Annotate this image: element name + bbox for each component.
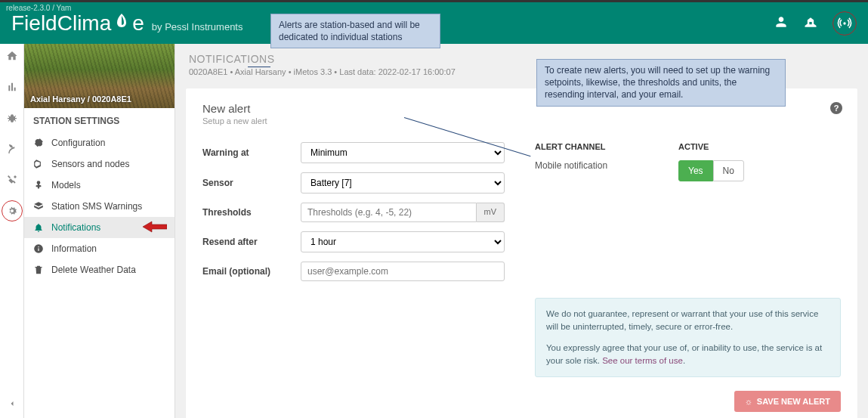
active-no-button[interactable]: No xyxy=(713,160,744,181)
label-email: Email (optional) xyxy=(202,266,301,277)
annotation-1: Alerts are station-based and will be ded… xyxy=(270,14,440,48)
eco-icon[interactable] xyxy=(6,143,18,157)
satellite-icon[interactable] xyxy=(6,174,18,188)
farm-icon[interactable] xyxy=(802,14,819,32)
sidebar-label: Notifications xyxy=(51,222,100,233)
active-heading: ACTIVE xyxy=(678,142,744,151)
disclaimer-box: We do not guarantee, represent or warran… xyxy=(535,298,841,377)
terms-link[interactable]: See our terms of use xyxy=(602,356,683,365)
annotation-2: To create new alerts, you will need to s… xyxy=(536,59,786,107)
active-toggle[interactable]: Yes No xyxy=(678,160,744,181)
sidebar: Axial Harsany / 0020A8E1 STATION SETTING… xyxy=(24,44,175,418)
sidebar-label: Information xyxy=(51,243,97,254)
sidebar-label: Configuration xyxy=(51,138,105,148)
settings-icon[interactable] xyxy=(2,200,23,221)
sidebar-label: Sensors and nodes xyxy=(51,159,129,169)
sidebar-item-sms[interactable]: Station SMS Warnings xyxy=(24,196,175,217)
bug-icon[interactable] xyxy=(6,112,18,126)
annotation-line xyxy=(248,67,270,67)
thresholds-unit: mV xyxy=(477,203,505,222)
warning-at-select[interactable]: Minimum xyxy=(301,142,505,163)
sidebar-item-information[interactable]: Information xyxy=(24,238,175,259)
sidebar-label: Models xyxy=(51,180,81,190)
sensor-select[interactable]: Battery [7] xyxy=(301,172,505,194)
label-warning-at: Warning at xyxy=(202,147,301,158)
thresholds-input[interactable] xyxy=(301,203,477,222)
broadcast-icon[interactable] xyxy=(832,11,857,36)
user-icon[interactable] xyxy=(774,14,789,32)
active-yes-button[interactable]: Yes xyxy=(678,160,713,181)
leaf-icon xyxy=(113,12,131,30)
card-subtitle: Setup a new alert xyxy=(202,116,841,125)
sidebar-item-models[interactable]: Models xyxy=(24,175,175,196)
icon-rail xyxy=(0,44,24,418)
home-icon[interactable] xyxy=(6,50,18,64)
station-banner: Axial Harsany / 0020A8E1 xyxy=(24,44,175,108)
sidebar-item-configuration[interactable]: Configuration xyxy=(24,132,175,153)
label-thresholds: Thresholds xyxy=(202,207,301,218)
release-tag: release-2.3.0 / Yam xyxy=(6,4,71,12)
sidebar-label: Delete Weather Data xyxy=(51,265,136,275)
sidebar-heading: STATION SETTINGS xyxy=(24,108,175,132)
sidebar-item-sensors[interactable]: Sensors and nodes xyxy=(24,153,175,175)
new-alert-card: ? New alert Setup a new alert Warning at… xyxy=(186,88,857,418)
alert-channel-text: Mobile notification xyxy=(535,160,648,171)
collapse-icon[interactable] xyxy=(8,399,17,410)
pointer-arrow-icon xyxy=(143,221,167,235)
sidebar-item-delete[interactable]: Delete Weather Data xyxy=(24,259,175,280)
sun-icon: ☼ xyxy=(745,397,752,406)
save-new-alert-button[interactable]: ☼ SAVE NEW ALERT xyxy=(734,391,841,412)
chart-icon[interactable] xyxy=(6,81,18,95)
sidebar-item-notifications[interactable]: Notifications xyxy=(24,217,175,238)
help-icon[interactable]: ? xyxy=(830,102,842,114)
label-sensor: Sensor xyxy=(202,178,301,188)
alert-channel-heading: ALERT CHANNEL xyxy=(535,142,648,151)
label-resend: Resend after xyxy=(202,237,301,247)
resend-select[interactable]: 1 hour xyxy=(301,231,505,252)
logo[interactable]: FieldClima e by Pessl Instruments xyxy=(11,11,242,36)
sidebar-label: Station SMS Warnings xyxy=(51,201,142,212)
email-input[interactable] xyxy=(301,262,505,281)
